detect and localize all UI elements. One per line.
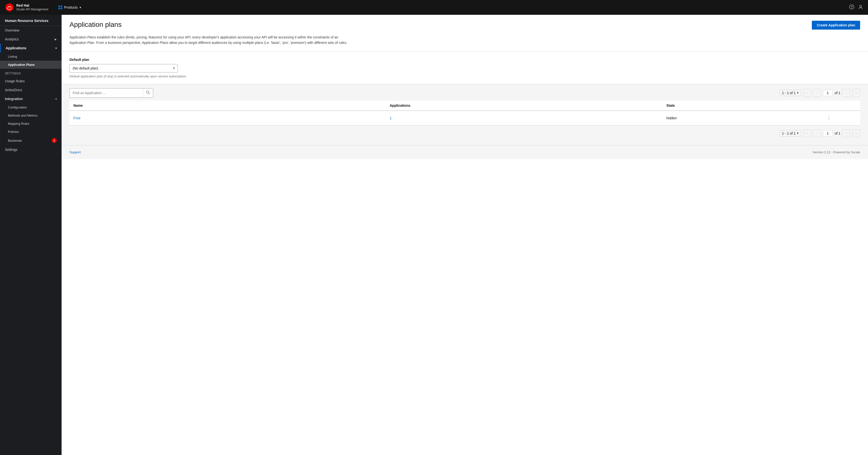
pagination-bottom-last-button[interactable]: » [852, 130, 860, 137]
pagination-prev-button[interactable]: ‹ [813, 89, 821, 97]
row-state-cell: hidden [662, 111, 821, 125]
pagination-last-icon: » [856, 91, 857, 95]
brand-subtitle: 3scale API Management [16, 8, 48, 11]
sidebar-item-backends[interactable]: Backends 1 [0, 136, 62, 145]
row-name-cell: Free [69, 111, 386, 125]
pagination-bottom: 1 - 1 of 1 ▼ « ‹ of 1 › » [69, 125, 860, 137]
pagination-bottom-last-icon: » [856, 132, 857, 135]
pagination-first-button[interactable]: « [803, 89, 811, 97]
pagination-bottom-range-dropdown[interactable]: 1 - 1 of 1 ▼ [780, 130, 801, 137]
products-chevron-icon: ▼ [79, 6, 82, 9]
sidebar-service-title: Human Resource Services [0, 15, 62, 26]
pagination-prev-icon: ‹ [816, 91, 817, 95]
pagination-next-button[interactable]: › [842, 89, 850, 97]
help-button[interactable]: ? [849, 4, 854, 10]
pagination-bottom-first-icon: « [806, 132, 808, 135]
pagination-bottom-prev-icon: ‹ [816, 132, 817, 135]
pagination-last-button[interactable]: » [852, 89, 860, 97]
sidebar-item-integration[interactable]: Integration ▾ [0, 94, 62, 103]
pagination-range-dropdown[interactable]: 1 - 1 of 1 ▼ [780, 90, 801, 96]
topnav-right: ? [849, 4, 863, 10]
products-menu-button[interactable]: Products ▼ [56, 4, 84, 11]
pagination-next-icon: › [846, 91, 847, 95]
sidebar-item-analytics[interactable]: Analytics ▶ [0, 35, 62, 44]
col-applications: Applications [386, 101, 662, 111]
brand: Red Hat 3scale API Management [5, 3, 48, 12]
plan-name-link[interactable]: Free [73, 116, 81, 120]
sidebar-item-usage-rules[interactable]: Usage Rules [0, 77, 62, 86]
svg-point-0 [5, 3, 13, 11]
sidebar-item-application-plans[interactable]: Application Plans [0, 61, 62, 69]
brand-name: Red Hat [16, 3, 48, 8]
brand-text: Red Hat 3scale API Management [16, 3, 48, 11]
page-description: Application Plans establish the rules (l… [62, 34, 357, 52]
table-section: 1 - 1 of 1 ▼ « ‹ of 1 › » [62, 84, 868, 145]
sidebar-item-methods-metrics[interactable]: Methods and Metrics [0, 111, 62, 119]
support-link[interactable]: Support [69, 150, 81, 154]
pagination-bottom-prev-button[interactable]: ‹ [813, 130, 821, 137]
search-wrap [69, 88, 153, 97]
sidebar-item-overview[interactable]: Overview [0, 26, 62, 35]
table-row: Free 1 hidden ⋮ [69, 111, 860, 125]
table-body: Free 1 hidden ⋮ [69, 111, 860, 125]
pagination-bottom-chevron-icon: ▼ [797, 132, 799, 135]
application-plans-table: Name Applications State Free 1 [69, 101, 860, 125]
grid-icon [58, 5, 63, 9]
row-kebab-button[interactable]: ⋮ [825, 114, 833, 122]
pagination-of-text: of 1 [835, 91, 840, 95]
page-footer: Support Version 2.12 · Powered by 3scale [62, 145, 868, 159]
sidebar-item-listing[interactable]: Listing [0, 53, 62, 61]
redhat-logo [5, 3, 14, 12]
svg-text:?: ? [851, 5, 852, 9]
svg-rect-2 [61, 5, 62, 7]
applications-chevron-icon: ▾ [55, 47, 57, 50]
col-name: Name [69, 101, 386, 111]
applications-count-link[interactable]: 1 [390, 116, 392, 120]
pagination-bottom-wrap: 1 - 1 of 1 ▼ « ‹ of 1 › » [780, 130, 860, 137]
sidebar-settings-section-label: Settings [0, 69, 62, 77]
default-plan-select-wrap: (No default plan) ▼ [69, 64, 178, 73]
pagination-first-icon: « [806, 91, 808, 95]
default-plan-section: Default plan (No default plan) ▼ Default… [62, 52, 868, 84]
col-state: State [662, 101, 821, 111]
sidebar-item-mapping-rules[interactable]: Mapping Rules [0, 119, 62, 128]
svg-line-9 [149, 93, 150, 94]
backends-badge: 1 [52, 138, 57, 143]
sidebar-item-settings[interactable]: Settings [0, 145, 62, 154]
pagination-bottom-next-button[interactable]: › [842, 130, 850, 137]
pagination-bottom-next-icon: › [846, 132, 847, 135]
default-plan-hint: Default application plan (if any) is sel… [69, 75, 860, 78]
search-button[interactable] [143, 88, 153, 97]
sidebar-item-applications[interactable]: Applications ▾ [0, 44, 62, 53]
top-navigation: Red Hat 3scale API Management Products ▼… [0, 0, 868, 15]
pagination-page-input[interactable] [823, 90, 833, 96]
pagination-top: 1 - 1 of 1 ▼ « ‹ of 1 › » [780, 89, 860, 97]
create-application-plan-button[interactable]: Create Application plan [812, 21, 860, 30]
table-toolbar-top: 1 - 1 of 1 ▼ « ‹ of 1 › » [69, 84, 860, 101]
row-applications-cell: 1 [386, 111, 662, 125]
svg-point-7 [860, 5, 862, 7]
pagination-range-chevron: ▼ [797, 91, 799, 94]
sidebar-item-activedocs[interactable]: ActiveDocs [0, 86, 62, 94]
svg-rect-4 [61, 8, 62, 9]
footer-version-text: Version 2.12 · Powered by 3scale [813, 150, 860, 154]
row-actions-cell: ⋮ [821, 111, 860, 125]
main-content: Application plans Create Application pla… [62, 15, 868, 455]
svg-rect-1 [58, 5, 60, 7]
user-icon [858, 4, 863, 9]
default-plan-label: Default plan [69, 58, 860, 62]
pagination-range-text: 1 - 1 of 1 [782, 91, 795, 95]
products-label: Products [64, 5, 78, 9]
search-input[interactable] [70, 89, 143, 97]
analytics-chevron-icon: ▶ [55, 38, 57, 41]
pagination-bottom-first-button[interactable]: « [803, 130, 811, 137]
page-title: Application plans [69, 21, 122, 29]
sidebar-item-policies[interactable]: Policies [0, 128, 62, 136]
pagination-bottom-of-text: of 1 [835, 132, 840, 135]
user-button[interactable] [858, 4, 863, 10]
sidebar-item-configuration[interactable]: Configuration [0, 103, 62, 111]
page-header: Application plans Create Application pla… [62, 15, 868, 34]
col-actions [821, 101, 860, 111]
default-plan-select[interactable]: (No default plan) [69, 64, 178, 73]
pagination-bottom-page-input[interactable] [823, 130, 833, 137]
